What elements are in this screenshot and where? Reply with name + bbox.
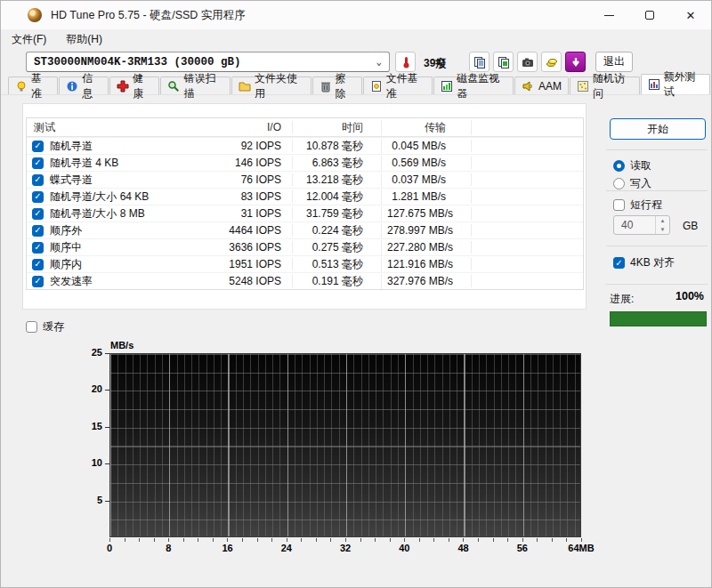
table-row[interactable]: 顺序外4464 IOPS0.224 毫秒278.997 MB/s: [27, 222, 583, 238]
window-title: HD Tune Pro 5.75 - 硬盘/SSD 实用程序: [51, 8, 246, 23]
table-row[interactable]: 随机寻道/大小 8 MB31 IOPS31.759 毫秒127.675 MB/s: [27, 205, 583, 222]
tab-random-access[interactable]: 随机访问: [570, 77, 640, 94]
stepper-down-icon[interactable]: ▼: [656, 225, 669, 234]
tab-label: 随机访问: [593, 71, 633, 101]
io-value: 4464 IOPS: [222, 224, 293, 237]
transfer-chart: MB/s 2520151050816243240485664MB: [1, 337, 712, 568]
tab-aam[interactable]: AAM: [514, 77, 569, 94]
time-value: 10.878 毫秒: [293, 139, 382, 154]
transfer-value: 327.976 MB/s: [382, 275, 472, 287]
menu-file[interactable]: 文件(F): [8, 30, 50, 49]
start-button[interactable]: 开始: [610, 118, 706, 140]
transfer-value: 127.675 MB/s: [382, 207, 472, 220]
copy-text-button[interactable]: [469, 52, 490, 72]
stepper-arrows[interactable]: ▲▼: [655, 216, 669, 234]
y-axis-tick: [105, 501, 109, 502]
test-name: 蝶式寻道: [50, 173, 93, 188]
table-row[interactable]: 顺序中3636 IOPS0.275 毫秒227.280 MB/s: [27, 238, 583, 255]
benchmark-table-body: 随机寻道92 IOPS10.878 毫秒0.045 MB/s随机寻道 4 KB1…: [27, 137, 583, 289]
short-stroke-checkbox[interactable]: 短行程: [613, 197, 662, 213]
maximize-button[interactable]: [629, 1, 670, 29]
window-controls: ✕: [588, 1, 711, 29]
tab-label: 健康: [133, 71, 152, 101]
size-unit-label: GB: [683, 220, 698, 232]
radio-checked-icon: [613, 160, 625, 172]
tab-erase[interactable]: 擦除: [312, 77, 362, 94]
tab-disk-monitor[interactable]: 磁盘监视器: [433, 77, 514, 94]
table-row[interactable]: 随机寻道/大小 64 KB83 IOPS12.004 毫秒1.281 MB/s: [27, 188, 583, 205]
download-button[interactable]: [565, 52, 586, 72]
camera-icon: [522, 56, 534, 68]
screenshot-button[interactable]: [517, 52, 538, 72]
save-results-button[interactable]: [541, 52, 562, 72]
close-button[interactable]: ✕: [670, 1, 711, 29]
size-value: 40: [614, 216, 655, 234]
divider: [606, 246, 708, 246]
align-4kb-checkbox[interactable]: 4KB 对齐: [613, 255, 675, 270]
tab-label: 磁盘监视器: [457, 71, 506, 101]
transfer-value: 0.037 MB/s: [382, 173, 472, 186]
row-checkbox-checked[interactable]: [32, 276, 44, 287]
transfer-value: 0.045 MB/s: [382, 140, 472, 152]
menu-help[interactable]: 帮助(H): [62, 30, 106, 49]
health-cross-icon: [117, 80, 129, 93]
row-checkbox-checked[interactable]: [32, 259, 44, 270]
row-checkbox-checked[interactable]: [32, 191, 44, 203]
y-axis-tick: [105, 463, 109, 464]
download-arrow-icon: [570, 56, 582, 68]
time-value: 31.759 毫秒: [293, 206, 382, 222]
stepper-up-icon[interactable]: ▲: [656, 216, 669, 225]
write-radio[interactable]: 写入: [613, 176, 651, 191]
minimize-button[interactable]: [588, 1, 629, 29]
app-logo-icon: [28, 8, 42, 22]
row-checkbox-checked[interactable]: [32, 225, 44, 237]
tab-info[interactable]: 信息: [59, 77, 109, 94]
copy-image-button[interactable]: [493, 52, 514, 72]
drive-selector[interactable]: ST30000NM004K-3RM133 (30000 gB) ⌄: [26, 52, 390, 72]
io-value: 31 IOPS: [222, 207, 293, 220]
x-axis-tick-label: 0: [107, 543, 112, 553]
table-row[interactable]: 顺序内1951 IOPS0.513 毫秒121.916 MB/s: [27, 255, 583, 272]
cache-checkbox[interactable]: 缓存: [26, 319, 64, 334]
row-checkbox-checked[interactable]: [32, 157, 44, 169]
extra-tests-icon: [648, 78, 660, 91]
table-row[interactable]: 随机寻道92 IOPS10.878 毫秒0.045 MB/s: [27, 137, 583, 154]
maximize-icon: [645, 11, 654, 20]
test-name: 随机寻道/大小 64 KB: [50, 189, 149, 205]
io-value: 146 IOPS: [222, 157, 293, 169]
transfer-value: 278.997 MB/s: [382, 224, 472, 237]
table-row[interactable]: 蝶式寻道76 IOPS13.218 毫秒0.037 MB/s: [27, 171, 583, 188]
table-row[interactable]: 随机寻道 4 KB146 IOPS6.863 毫秒0.569 MB/s: [27, 154, 583, 171]
chart-x-ticks: [109, 538, 582, 542]
size-stepper[interactable]: 40 ▲▼: [613, 215, 670, 235]
folder-icon: [239, 80, 251, 93]
exit-button[interactable]: 退出: [595, 52, 633, 72]
tab-folder-usage[interactable]: 文件夹使用: [231, 77, 312, 94]
time-value: 6.863 毫秒: [293, 156, 382, 171]
row-checkbox-checked[interactable]: [32, 174, 44, 186]
test-name: 随机寻道: [50, 139, 93, 154]
table-row[interactable]: 突发速率5248 IOPS0.191 毫秒327.976 MB/s: [27, 272, 583, 289]
tab-file-benchmark[interactable]: 文件基准: [363, 77, 433, 94]
tab-health[interactable]: 健康: [109, 77, 159, 94]
row-checkbox-checked[interactable]: [32, 141, 44, 152]
x-axis-tick-label: 64MB: [568, 543, 594, 553]
row-checkbox-checked[interactable]: [32, 242, 44, 254]
tab-benchmark[interactable]: 基准: [8, 77, 58, 94]
test-name: 顺序外: [50, 223, 82, 238]
io-value: 1951 IOPS: [222, 258, 293, 270]
test-name: 顺序中: [50, 240, 82, 255]
tab-error-scan[interactable]: 错误扫描: [160, 77, 231, 94]
copy-icon: [473, 56, 486, 68]
menu-bar: 文件(F) 帮助(H): [1, 29, 711, 49]
read-radio[interactable]: 读取: [613, 158, 651, 173]
temperature-button[interactable]: [395, 52, 416, 72]
io-value: 92 IOPS: [222, 140, 293, 152]
y-axis-tick-label: 5: [77, 495, 102, 505]
tab-extra-tests[interactable]: 额外测试: [641, 74, 711, 94]
tab-label: 擦除: [336, 71, 355, 101]
row-checkbox-checked[interactable]: [32, 208, 44, 220]
transfer-value: 121.916 MB/s: [382, 258, 472, 270]
y-axis-tick-label: 20: [77, 383, 102, 394]
file-benchmark-icon: [370, 80, 383, 93]
